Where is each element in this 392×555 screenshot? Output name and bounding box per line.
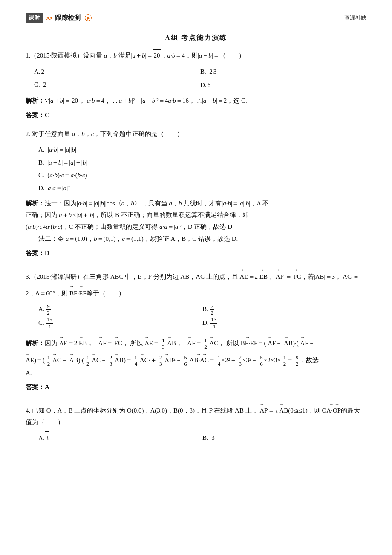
q1-option-b: B. 23 [200, 65, 366, 78]
q1-option-a: A.2 [34, 65, 200, 78]
header: 课时 >> 跟踪检测 查漏补缺 [26, 13, 366, 26]
question-1: 1.（2015·陕西模拟）设向量 a，b 满足|a＋b|＝20，a·b＝4，则|… [26, 49, 366, 121]
q3-option-c: C. 154 [38, 316, 202, 330]
q3-option-a: A. 92 [38, 303, 202, 316]
q2-options: A. |a·b|＝|a||b| B. |a＋b|＝|a|＋|b| C. (a·b… [38, 143, 366, 194]
q2-option-d: D. a·a＝|a|² [38, 182, 366, 194]
q2-option-c: C. (a·b)·c＝a·(b·c) [38, 169, 366, 182]
header-left: 课时 >> 跟踪检测 [26, 13, 92, 23]
q4-option-b: B. 3 [202, 431, 366, 445]
q4-options: A.3 B. 3 [38, 431, 366, 445]
q3-text: 3.（2015·湘潭调研）在三角形 ABC 中，E，F 分别为边 AB，AC 上… [26, 266, 366, 299]
header-right-text: 查漏补缺 [344, 14, 366, 22]
q2-option-a: A. |a·b|＝|a||b| [38, 143, 366, 156]
header-arrows: >> [46, 15, 52, 21]
q3-options: A. 92 B. 72 C. 154 D. 134 [38, 303, 366, 330]
question-2: 2. 对于任意向量 a，b，c，下列命题中正确的是（ ） A. |a·b|＝|a… [26, 128, 366, 260]
q2-jiexi: 解析：法一：因为|a·b|＝|a||b||cos〈a，b〉|，只有当 a，b 共… [26, 198, 366, 245]
q1-option-c: C. 2 [34, 78, 200, 91]
q3-answer: 答案：A [26, 382, 366, 393]
q3-option-b: B. 72 [202, 303, 366, 316]
section-title: A组 考点能力演练 [26, 34, 366, 43]
q3-option-d: D. 134 [202, 316, 366, 330]
q3-jiexi: 解析：因为 →AE＝2 →EB， →AF＝ →FC， 所以 →AE＝ 13 →A… [26, 333, 366, 379]
q2-answer: 答案：D [26, 248, 366, 260]
q4-text: 4. 已知 O，A，B 三点的坐标分别为 O(0,0)，A(3,0)，B(0，3… [26, 400, 366, 428]
question-4: 4. 已知 O，A，B 三点的坐标分别为 O(0,0)，A(3,0)，B(0，3… [26, 400, 366, 445]
q2-text: 2. 对于任意向量 a，b，c，下列命题中正确的是（ ） [26, 128, 366, 140]
header-box-label: 课时 [26, 13, 43, 23]
question-3: 3.（2015·湘潭调研）在三角形 ABC 中，E，F 分别为边 AB，AC 上… [26, 266, 366, 393]
play-icon[interactable] [85, 14, 92, 21]
q1-options: A.2 B. 23 C. 2 D.6 [34, 65, 366, 91]
header-title: 跟踪检测 [55, 14, 81, 22]
q1-answer: 答案：C [26, 110, 366, 121]
q2-option-b: B. |a＋b|＝|a|＋|b| [38, 156, 366, 169]
q1-text: 1.（2015·陕西模拟）设向量 a，b 满足|a＋b|＝20，a·b＝4，则|… [26, 49, 366, 61]
page: 课时 >> 跟踪检测 查漏补缺 A组 考点能力演练 1.（2015·陕西模拟）设… [0, 0, 392, 555]
q1-jiexi: 解析：∵|a＋b|＝20， a·b＝4， ∴|a＋b|²－|a－b|²＝4a·b… [26, 95, 366, 107]
q1-option-d: D.6 [200, 78, 366, 91]
q4-option-a: A.3 [38, 431, 202, 445]
